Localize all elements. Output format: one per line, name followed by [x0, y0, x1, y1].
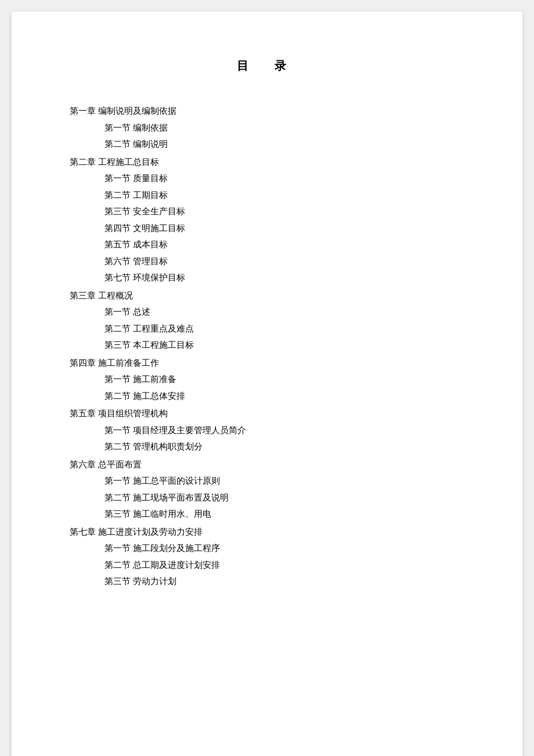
chapter-group-ch4: 第四章 施工前准备工作第一节 施工前准备第二节 施工总体安排	[70, 355, 464, 405]
section-item-ch3s3: 第三节 本工程施工目标	[70, 337, 464, 354]
chapter-title-ch5: 第五章 项目组织管理机构	[70, 405, 464, 422]
section-item-ch2s2: 第二节 工期目标	[70, 187, 464, 204]
chapter-title-ch3: 第三章 工程概况	[70, 287, 464, 304]
section-item-ch4s2: 第二节 施工总体安排	[70, 388, 464, 405]
section-item-ch6s1: 第一节 施工总平面的设计原则	[70, 473, 464, 489]
chapter-title-ch1: 第一章 编制说明及编制依据	[70, 103, 464, 120]
chapter-title-ch4: 第四章 施工前准备工作	[70, 355, 464, 372]
section-item-ch5s2: 第二节 管理机构职责划分	[70, 438, 464, 455]
section-item-ch3s1: 第一节 总述	[70, 304, 464, 321]
toc-container: 第一章 编制说明及编制依据第一节 编制依据第二节 编制说明第二章 工程施工总目标…	[70, 103, 464, 590]
chapter-group-ch2: 第二章 工程施工总目标第一节 质量目标第二节 工期目标第三节 安全生产目标第四节…	[70, 154, 464, 286]
section-item-ch1s1: 第一节 编制依据	[70, 120, 464, 136]
section-item-ch7s2: 第二节 总工期及进度计划安排	[70, 557, 464, 574]
chapter-group-ch5: 第五章 项目组织管理机构第一节 项目经理及主要管理人员简介第二节 管理机构职责划…	[70, 405, 464, 455]
chapter-group-ch6: 第六章 总平面布置第一节 施工总平面的设计原则第二节 施工现场平面布置及说明第三…	[70, 456, 464, 523]
chapter-title-ch2: 第二章 工程施工总目标	[70, 154, 464, 171]
section-item-ch2s3: 第三节 安全生产目标	[70, 203, 464, 220]
chapter-title-ch6: 第六章 总平面布置	[70, 456, 464, 473]
section-item-ch2s1: 第一节 质量目标	[70, 170, 464, 187]
section-item-ch5s1: 第一节 项目经理及主要管理人员简介	[70, 422, 464, 439]
section-item-ch2s7: 第七节 环境保护目标	[70, 269, 464, 286]
section-item-ch2s4: 第四节 文明施工目标	[70, 220, 464, 237]
chapter-title-ch7: 第七章 施工进度计划及劳动力安排	[70, 524, 464, 541]
section-item-ch4s1: 第一节 施工前准备	[70, 371, 464, 388]
section-item-ch1s2: 第二节 编制说明	[70, 136, 464, 153]
section-item-ch6s3: 第三节 施工临时用水、用电	[70, 506, 464, 523]
section-item-ch7s1: 第一节 施工段划分及施工程序	[70, 540, 464, 557]
chapter-group-ch1: 第一章 编制说明及编制依据第一节 编制依据第二节 编制说明	[70, 103, 464, 153]
section-item-ch2s6: 第六节 管理目标	[70, 253, 464, 270]
chapter-group-ch3: 第三章 工程概况第一节 总述第二节 工程重点及难点第三节 本工程施工目标	[70, 287, 464, 354]
section-item-ch7s3: 第三节 劳动力计划	[70, 573, 464, 590]
section-item-ch6s2: 第二节 施工现场平面布置及说明	[70, 489, 464, 506]
page-title: 目 录	[70, 58, 464, 74]
document-page: 目 录 第一章 编制说明及编制依据第一节 编制依据第二节 编制说明第二章 工程施…	[12, 12, 522, 756]
section-item-ch3s2: 第二节 工程重点及难点	[70, 321, 464, 337]
chapter-group-ch7: 第七章 施工进度计划及劳动力安排第一节 施工段划分及施工程序第二节 总工期及进度…	[70, 524, 464, 590]
section-item-ch2s5: 第五节 成本目标	[70, 236, 464, 253]
